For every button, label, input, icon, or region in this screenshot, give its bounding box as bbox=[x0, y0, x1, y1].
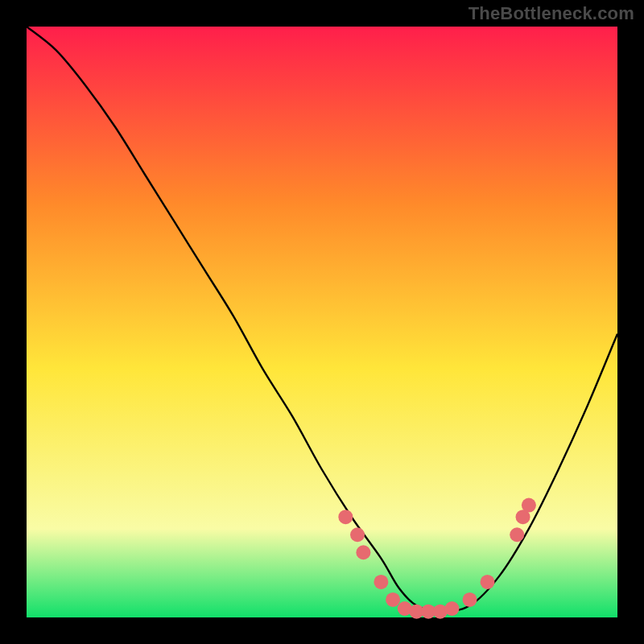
highlight-point bbox=[356, 545, 370, 559]
highlight-point bbox=[374, 575, 388, 589]
watermark-text: TheBottleneck.com bbox=[469, 3, 634, 24]
highlight-point bbox=[350, 527, 365, 542]
chart-frame: TheBottleneck.com bbox=[0, 0, 644, 644]
highlight-point bbox=[510, 527, 524, 542]
highlight-point bbox=[386, 592, 400, 607]
highlight-point bbox=[481, 575, 495, 589]
highlight-point bbox=[338, 510, 353, 524]
highlight-point bbox=[463, 592, 477, 607]
highlight-point bbox=[522, 498, 536, 513]
highlight-point bbox=[444, 601, 459, 616]
bottleneck-chart bbox=[0, 0, 644, 644]
